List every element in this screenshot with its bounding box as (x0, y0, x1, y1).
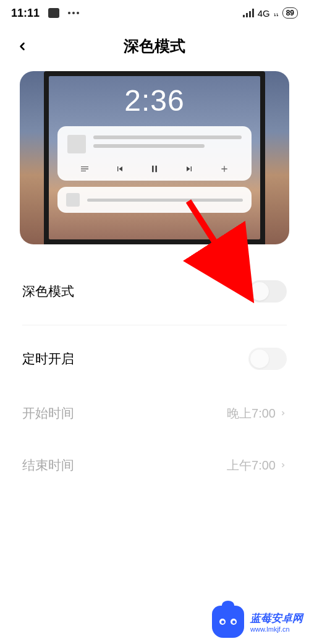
preview-text-line (93, 144, 205, 148)
next-icon (184, 163, 195, 174)
dark-mode-toggle[interactable] (248, 280, 287, 303)
preview-media-controls (67, 158, 242, 174)
dark-mode-label: 深色模式 (22, 283, 74, 300)
watermark: 蓝莓安卓网 www.lmkjf.cn (212, 606, 303, 638)
start-time-value: 晚上7:00 (227, 405, 287, 422)
status-left: 11:11 (11, 7, 79, 20)
settings-list: 深色模式 定时开启 开始时间 晚上7:00 结束时间 上午7:00 (0, 263, 309, 491)
playlist-icon (79, 163, 90, 174)
signal-icon (243, 9, 254, 17)
preview-phone-frame: 2:36 (44, 71, 265, 244)
end-time-text: 上午7:00 (227, 457, 276, 474)
preview-text-line (87, 199, 243, 202)
end-time-label: 结束时间 (22, 457, 74, 474)
page-title: 深色模式 (15, 36, 294, 56)
watermark-logo-icon (212, 606, 244, 638)
scheduled-toggle[interactable] (248, 348, 287, 370)
preview-notification-card (57, 187, 252, 213)
preview-thumbnail (66, 193, 80, 207)
start-time-text: 晚上7:00 (227, 405, 276, 422)
network-type: 4G (258, 8, 270, 19)
pause-icon (149, 163, 160, 174)
page-header: 深色模式 (0, 26, 309, 71)
chevron-right-icon (279, 408, 287, 418)
start-time-label: 开始时间 (22, 405, 74, 422)
back-button[interactable] (15, 39, 30, 54)
preview-thumbnail (67, 135, 86, 153)
network-sub: ₁₁ (274, 11, 279, 17)
status-right: 4G ₁₁ 89 (243, 7, 298, 19)
end-time-value: 上午7:00 (227, 457, 287, 474)
watermark-url: www.lmkjf.cn (250, 625, 303, 633)
chevron-right-icon (279, 460, 287, 470)
battery-indicator: 89 (282, 7, 298, 19)
preview-text-line (93, 135, 242, 139)
theme-preview: 2:36 (20, 71, 289, 244)
preview-clock: 2:36 (57, 84, 252, 118)
watermark-title: 蓝莓安卓网 (250, 611, 303, 625)
message-icon (48, 8, 59, 18)
more-icon (68, 12, 79, 14)
start-time-row[interactable]: 开始时间 晚上7:00 (22, 387, 287, 439)
status-time: 11:11 (11, 7, 40, 20)
previous-icon (114, 163, 125, 174)
status-bar: 11:11 4G ₁₁ 89 (0, 0, 309, 26)
scheduled-row: 定时开启 (22, 330, 287, 387)
plus-icon (219, 163, 230, 174)
preview-screen: 2:36 (49, 76, 260, 239)
scheduled-label: 定时开启 (22, 350, 74, 367)
preview-media-card (57, 126, 252, 181)
chevron-left-icon (16, 40, 28, 53)
divider (22, 325, 287, 325)
end-time-row[interactable]: 结束时间 上午7:00 (22, 439, 287, 491)
dark-mode-row: 深色模式 (22, 263, 287, 320)
